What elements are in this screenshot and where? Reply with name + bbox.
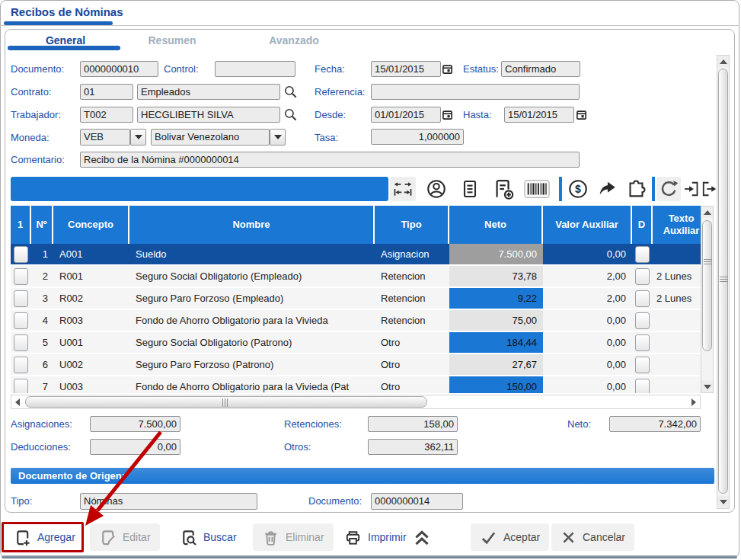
cell-tipo: Otro bbox=[375, 354, 449, 375]
hasta-calendar-icon[interactable] bbox=[576, 109, 587, 120]
plugin-puzzle-icon[interactable] bbox=[623, 177, 649, 201]
column-header-select[interactable]: 1 bbox=[11, 206, 31, 244]
trabajador-name-field[interactable]: HECGLIBETH SILVA bbox=[137, 107, 280, 123]
refresh-icon[interactable] bbox=[656, 177, 681, 201]
table-scrollbar-thumb[interactable] bbox=[702, 220, 712, 351]
desde-calendar-icon[interactable] bbox=[442, 109, 453, 120]
cell-concepto: U001 bbox=[53, 332, 129, 353]
cancelar-button[interactable]: Cancelar bbox=[551, 523, 634, 551]
cell-num: 4 bbox=[31, 310, 53, 331]
trabajador-code-field[interactable]: T002 bbox=[80, 107, 133, 123]
comentario-field[interactable]: Recibo de la Nómina #0000000014 bbox=[80, 152, 580, 168]
barcode-icon[interactable] bbox=[524, 177, 550, 201]
scroll-right-button[interactable] bbox=[688, 395, 700, 408]
buscar-button[interactable]: Buscar bbox=[171, 523, 246, 551]
column-header-concepto[interactable]: Concepto bbox=[53, 206, 129, 244]
column-header-tipo[interactable]: Tipo bbox=[375, 206, 449, 244]
otros-label: Otros: bbox=[284, 441, 311, 453]
chevron-down-icon bbox=[274, 135, 282, 139]
scrollbar-grip bbox=[720, 277, 728, 283]
row-checkbox[interactable] bbox=[14, 379, 28, 394]
column-header-d[interactable]: D bbox=[632, 206, 653, 244]
moneda-code-select[interactable]: VEB bbox=[80, 129, 130, 146]
d-checkbox[interactable] bbox=[635, 379, 650, 394]
cell-neto: 27,67 bbox=[449, 354, 543, 375]
contrato-search-icon[interactable] bbox=[283, 85, 298, 99]
cell-neto: 75,00 bbox=[449, 310, 543, 331]
scroll-down-button[interactable] bbox=[701, 381, 713, 392]
titlebar-divider bbox=[0, 25, 739, 26]
table-row[interactable]: 1 A001 Sueldo Asignacion 7.500,00 0,00 bbox=[11, 244, 701, 264]
cell-neto: 9,22 bbox=[449, 288, 543, 309]
aceptar-button[interactable]: Aceptar bbox=[471, 523, 549, 551]
desde-field[interactable]: 01/01/2015 bbox=[371, 107, 441, 123]
forward-arrow-icon[interactable] bbox=[594, 177, 620, 201]
cell-valor-auxiliar: 0,00 bbox=[543, 310, 632, 331]
imprimir-button[interactable]: Imprimir bbox=[335, 523, 416, 551]
user-icon[interactable] bbox=[423, 177, 449, 201]
cell-texto-auxiliar: 2 Lunes bbox=[653, 266, 701, 286]
trabajador-search-icon[interactable] bbox=[283, 107, 298, 122]
column-header-neto[interactable]: Neto bbox=[449, 206, 543, 244]
horizontal-scrollbar-thumb[interactable] bbox=[25, 396, 427, 408]
tasa-field[interactable]: 1,000000 bbox=[371, 129, 464, 145]
tab-general[interactable]: General bbox=[27, 34, 104, 46]
cell-tipo: Retencion bbox=[375, 310, 449, 331]
row-checkbox[interactable] bbox=[14, 246, 28, 263]
row-checkbox[interactable] bbox=[14, 290, 28, 307]
row-checkbox[interactable] bbox=[14, 268, 28, 285]
collapse-chevron-double-up-icon[interactable] bbox=[411, 528, 433, 548]
documento-field[interactable]: 0000000010 bbox=[80, 61, 158, 77]
row-checkbox[interactable] bbox=[14, 312, 28, 329]
fecha-field[interactable]: 15/01/2015 bbox=[371, 61, 441, 77]
editar-button[interactable]: Editar bbox=[90, 523, 160, 551]
contrato-name-field[interactable]: Empleados bbox=[137, 84, 280, 100]
resize-columns-icon[interactable] bbox=[390, 177, 416, 201]
hasta-field[interactable]: 15/01/2015 bbox=[504, 107, 574, 123]
cell-tipo: Otro bbox=[375, 332, 449, 353]
tab-avanzado[interactable]: Avanzado bbox=[248, 34, 340, 46]
d-checkbox[interactable] bbox=[635, 246, 650, 263]
document-icon[interactable] bbox=[457, 177, 483, 201]
d-checkbox[interactable] bbox=[635, 290, 650, 307]
eliminar-button[interactable]: Eliminar bbox=[253, 523, 334, 551]
d-checkbox[interactable] bbox=[635, 357, 650, 373]
document-add-icon[interactable] bbox=[490, 177, 516, 201]
moneda-name-dropdown-button[interactable] bbox=[270, 129, 286, 146]
d-checkbox[interactable] bbox=[635, 268, 650, 285]
table-row[interactable]: 6 U002 Seguro Paro Forzoso (Patrono) Otr… bbox=[11, 354, 701, 375]
table-row[interactable]: 3 R002 Seguro Paro Forzoso (Empleado) Re… bbox=[11, 288, 701, 309]
fecha-calendar-icon[interactable] bbox=[442, 63, 453, 75]
table-row[interactable]: 2 R001 Seguro Social Obligatorio (Emplea… bbox=[11, 266, 701, 286]
moneda-code-dropdown-button[interactable] bbox=[130, 129, 146, 146]
d-checkbox[interactable] bbox=[635, 334, 650, 351]
scroll-up-button[interactable] bbox=[701, 206, 713, 218]
row-checkbox[interactable] bbox=[14, 357, 28, 373]
scroll-up-button[interactable] bbox=[717, 56, 729, 67]
currency-dollar-icon[interactable]: $ bbox=[565, 177, 591, 201]
d-checkbox[interactable] bbox=[635, 312, 650, 329]
table-row[interactable]: 4 R003 Fondo de Ahorro Obligatorio para … bbox=[11, 310, 701, 331]
column-header-valor-auxiliar[interactable]: Valor Auxiliar bbox=[543, 206, 632, 244]
referencia-field[interactable] bbox=[371, 84, 580, 100]
scroll-left-button[interactable] bbox=[11, 395, 24, 408]
table-row[interactable]: 7 U003 Fondo de Ahorro Obligatorio para … bbox=[11, 376, 701, 393]
column-header-num[interactable]: Nº bbox=[31, 206, 53, 244]
column-header-nombre[interactable]: Nombre bbox=[129, 206, 375, 244]
column-header-texto-auxiliar[interactable]: Texto Auxiliar bbox=[653, 206, 701, 244]
tab-resumen[interactable]: Resumen bbox=[126, 34, 218, 46]
moneda-name-select[interactable]: Bolivar Venezolano bbox=[151, 129, 270, 146]
scroll-down-button[interactable] bbox=[717, 496, 729, 507]
table-row[interactable]: 5 U001 Seguro Social Obligatorio (Patron… bbox=[11, 332, 701, 353]
row-checkbox[interactable] bbox=[14, 334, 28, 351]
triangle-right-icon bbox=[691, 398, 696, 406]
form-scrollbar-thumb[interactable] bbox=[718, 69, 728, 494]
agregar-button[interactable]: Agregar bbox=[5, 523, 85, 551]
cell-texto-auxiliar bbox=[653, 354, 701, 375]
import-icon[interactable] bbox=[682, 177, 701, 201]
contrato-code-field[interactable]: 01 bbox=[80, 84, 133, 100]
cell-num: 5 bbox=[31, 332, 53, 353]
documento-label: Documento: bbox=[11, 63, 64, 75]
control-field[interactable] bbox=[215, 61, 295, 77]
tab-general-underline bbox=[8, 46, 120, 50]
